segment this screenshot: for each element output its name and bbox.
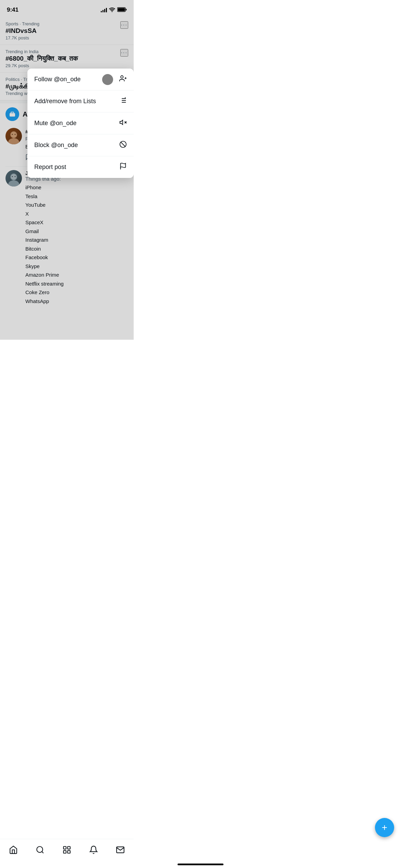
dropdown-item-4[interactable]: Report post — [27, 156, 134, 178]
dropdown-item-label-1: Add/remove from Lists — [34, 98, 96, 105]
dropdown-item-3[interactable]: Block @on_ode — [27, 134, 134, 156]
dropdown-item-0[interactable]: Follow @on_ode — [27, 69, 134, 91]
dropdown-item-1[interactable]: Add/remove from Lists — [27, 91, 134, 112]
dropdown-item-label-0: Follow @on_ode — [34, 76, 81, 83]
list-plus-icon — [119, 97, 127, 106]
svg-point-15 — [121, 76, 123, 78]
dropdown-menu: Follow @on_odeAdd/remove from ListsMute … — [27, 69, 134, 178]
follow-toggle — [102, 74, 113, 85]
person-plus-icon — [119, 75, 127, 84]
dropdown-overlay[interactable]: Follow @on_odeAdd/remove from ListsMute … — [0, 0, 134, 340]
svg-line-29 — [121, 142, 125, 147]
dropdown-item-2[interactable]: Mute @on_ode — [27, 112, 134, 134]
flag-icon — [119, 162, 127, 172]
mute-icon — [119, 119, 127, 128]
dropdown-item-label-4: Report post — [34, 164, 66, 171]
dropdown-item-label-2: Mute @on_ode — [34, 120, 76, 127]
block-icon — [119, 141, 127, 150]
svg-marker-25 — [120, 120, 123, 125]
dropdown-item-label-3: Block @on_ode — [34, 142, 78, 149]
